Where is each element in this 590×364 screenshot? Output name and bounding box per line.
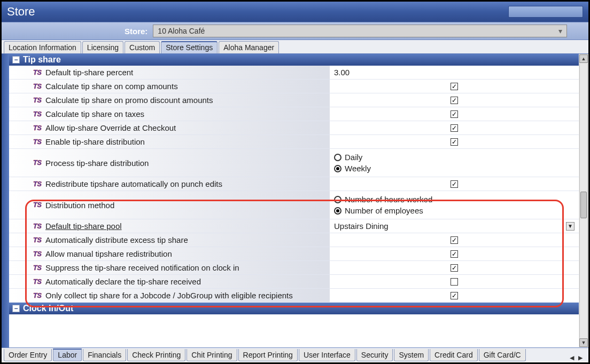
radio-option[interactable]: Number of employees — [334, 206, 423, 215]
property-label: TSAllow tip-share Override at Checkout — [9, 121, 330, 134]
property-value — [330, 135, 579, 148]
checkbox[interactable] — [451, 180, 458, 188]
property-label-text: Process tip-share distribution — [45, 159, 149, 168]
title-bar: Store — [2, 2, 588, 22]
property-label: TSDefault tip-share percent — [9, 66, 330, 79]
section-clock-in-out: −Clock In/Out — [9, 303, 579, 314]
ts-icon: TS — [33, 250, 42, 258]
property-label: TSSuppress the tip-share received notifi… — [9, 261, 330, 274]
property-row: TSCalculate tip share on promo discount … — [9, 93, 579, 107]
checkbox[interactable] — [451, 97, 458, 104]
checkbox[interactable] — [451, 83, 458, 90]
tab-labor[interactable]: Labor — [53, 349, 82, 361]
store-dropdown[interactable]: 10 Aloha Café ▾ — [153, 25, 567, 37]
property-label: TSProcess tip-share distribution — [9, 149, 330, 177]
tab-aloha-manager[interactable]: Aloha Manager — [219, 41, 279, 53]
chevron-down-icon[interactable]: ▼ — [566, 222, 575, 231]
tab-chit-printing[interactable]: Chit Printing — [187, 349, 237, 361]
property-label: TSDefault tip-share pool — [9, 219, 330, 233]
ts-icon: TS — [33, 82, 42, 91]
svg-text:TS: TS — [33, 97, 42, 104]
scroll-thumb[interactable] — [580, 192, 587, 218]
property-value — [330, 80, 579, 93]
section-title: Clock In/Out — [23, 304, 73, 313]
property-value[interactable]: Upstairs Dining▼ — [330, 219, 579, 233]
radio-label: Daily — [345, 153, 362, 162]
ts-icon: TS — [33, 264, 42, 272]
tab-user-interface[interactable]: User Interface — [299, 349, 355, 361]
radio-icon — [334, 207, 341, 215]
svg-text:TS: TS — [33, 83, 42, 90]
collapse-toggle[interactable]: − — [12, 56, 20, 64]
property-value: Number of hours workedNumber of employee… — [330, 191, 579, 219]
ts-icon: TS — [33, 278, 42, 286]
checkbox[interactable] — [451, 292, 458, 299]
ts-icon: TS — [33, 222, 42, 231]
tab-location-information[interactable]: Location Information — [4, 41, 81, 53]
radio-icon — [334, 154, 341, 161]
svg-text:TS: TS — [33, 124, 42, 132]
checkbox[interactable] — [451, 264, 458, 272]
svg-text:TS: TS — [33, 159, 42, 167]
chevron-down-icon: ▾ — [556, 27, 564, 35]
property-label: TSOnly collect tip share for a Jobcode /… — [9, 289, 330, 302]
vertical-scrollbar[interactable]: ▲ ▼ — [579, 54, 588, 347]
ts-icon: TS — [33, 180, 42, 188]
svg-text:TS: TS — [33, 138, 42, 146]
ts-icon: TS — [33, 68, 42, 77]
scroll-up-button[interactable]: ▲ — [579, 54, 588, 63]
tab-gift-card-c[interactable]: Gift Card/C — [479, 349, 526, 361]
tab-financials[interactable]: Financials — [83, 349, 126, 361]
property-label-text: Calculate tip share on taxes — [45, 109, 144, 118]
property-value — [330, 261, 579, 274]
radio-option[interactable]: Weekly — [334, 164, 371, 173]
radio-option[interactable]: Number of hours worked — [334, 195, 432, 204]
property-value — [330, 107, 579, 121]
checkbox[interactable] — [451, 236, 458, 244]
tab-check-printing[interactable]: Check Printing — [127, 349, 185, 361]
property-label: TSCalculate tip share on taxes — [9, 107, 330, 121]
tab-nav: ◀▶ — [566, 354, 586, 361]
scroll-down-button[interactable]: ▼ — [579, 338, 588, 347]
scroll-track[interactable] — [579, 64, 588, 338]
property-label: TSAllow manual tipshare redistribution — [9, 247, 330, 260]
dropdown-value: Upstairs Dining — [334, 221, 389, 231]
property-row: TSDistribution methodNumber of hours wor… — [9, 191, 579, 219]
ts-icon: TS — [33, 110, 42, 118]
property-value[interactable]: 3.00 — [330, 66, 579, 79]
tab-credit-card[interactable]: Credit Card — [430, 349, 478, 361]
checkbox[interactable] — [451, 138, 458, 146]
property-row: TSAutomatically distribute excess tip sh… — [9, 233, 579, 247]
property-row: TSCalculate tip share on comp amounts — [9, 80, 579, 93]
property-label: TSCalculate tip share on comp amounts — [9, 80, 330, 93]
property-row: TSCalculate tip share on taxes — [9, 107, 579, 121]
svg-text:TS: TS — [33, 278, 42, 286]
ts-icon: TS — [33, 291, 42, 300]
collapse-toggle[interactable]: − — [12, 305, 20, 312]
tab-order-entry[interactable]: Order Entry — [4, 349, 52, 361]
property-label-text: Allow tip-share Override at Checkout — [45, 123, 176, 132]
property-value — [330, 121, 579, 134]
tab-report-printing[interactable]: Report Printing — [238, 349, 298, 361]
tab-custom[interactable]: Custom — [125, 41, 160, 53]
checkbox[interactable] — [451, 124, 458, 132]
svg-text:TS: TS — [33, 264, 42, 272]
svg-text:TS: TS — [33, 250, 42, 258]
property-label-text: Calculate tip share on comp amounts — [45, 82, 178, 91]
tab-licensing[interactable]: Licensing — [82, 41, 123, 53]
tab-store-settings[interactable]: Store Settings — [161, 41, 218, 53]
tab-scroll-right[interactable]: ▶ — [577, 354, 584, 361]
tab-security[interactable]: Security — [356, 349, 393, 361]
checkbox[interactable] — [451, 278, 458, 286]
checkbox[interactable] — [451, 250, 458, 258]
radio-option[interactable]: Daily — [334, 153, 362, 162]
ts-icon: TS — [33, 159, 42, 167]
property-label-text: Redistribute tipshare automatically on p… — [45, 179, 222, 188]
ts-icon: TS — [33, 236, 42, 244]
tip-share-rows: TSDefault tip-share percent3.00TSCalcula… — [9, 66, 579, 303]
tab-system[interactable]: System — [394, 349, 429, 361]
checkbox[interactable] — [451, 110, 458, 118]
tab-scroll-left[interactable]: ◀ — [568, 354, 576, 361]
text-value: 3.00 — [334, 68, 350, 77]
property-row: TSAllow tip-share Override at Checkout — [9, 121, 579, 135]
